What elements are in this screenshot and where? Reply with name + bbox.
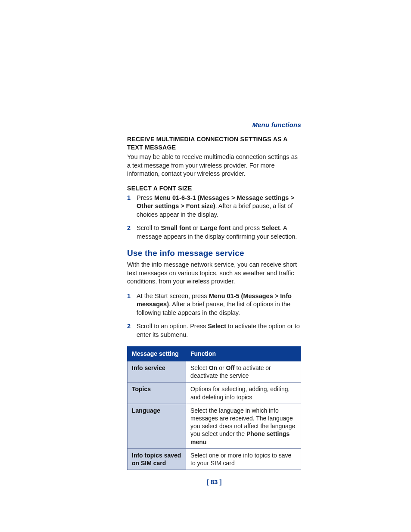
- text-run: Scroll to: [137, 224, 161, 231]
- table-row: Info topics saved on SIM card Select one…: [128, 448, 301, 470]
- table-header-cell: Function: [186, 346, 301, 361]
- table-row: Info service Select On or Off to activat…: [128, 361, 301, 383]
- document-page: Menu functions RECEIVE MULTIMEDIA CONNEC…: [0, 0, 411, 521]
- text-run: and press: [230, 224, 262, 231]
- text-run: or: [191, 224, 200, 231]
- list-text: Scroll to Small font or Large font and p…: [137, 224, 301, 241]
- table-row-label: Info service: [128, 361, 186, 383]
- table-row: Language Select the language in which in…: [128, 404, 301, 448]
- list-number: 2: [127, 224, 137, 241]
- list-item: 1 Press Menu 01-6-3-1 (Messages > Messag…: [127, 194, 301, 219]
- bold-text: Off: [226, 364, 235, 371]
- bold-text: Large font: [200, 224, 230, 231]
- text-run: At the Start screen, press: [137, 292, 209, 299]
- list-text: Press Menu 01-6-3-1 (Messages > Message …: [137, 194, 301, 219]
- info-options-table: Message setting Function Info service Se…: [127, 346, 301, 470]
- table-header-row: Message setting Function: [128, 346, 301, 361]
- text-run: Select: [190, 364, 209, 371]
- list-text: At the Start screen, press Menu 01-5 (Me…: [137, 292, 301, 317]
- bold-text: Select: [208, 323, 226, 330]
- section-heading-receive-settings: RECEIVE MULTIMEDIA CONNECTION SETTINGS A…: [127, 135, 301, 152]
- ordered-list-font-size: 1 Press Menu 01-6-3-1 (Messages > Messag…: [127, 194, 301, 241]
- list-number: 1: [127, 194, 137, 219]
- list-item: 2 Scroll to an option. Press Select to a…: [127, 322, 301, 339]
- list-number: 2: [127, 322, 137, 339]
- list-number: 1: [127, 292, 137, 317]
- table-cell: Select one or more info topics to save t…: [186, 448, 301, 470]
- page-number: [ 83 ]: [127, 478, 301, 486]
- table-row-label: Language: [128, 404, 186, 448]
- table-row-label: Info topics saved on SIM card: [128, 448, 186, 470]
- section-heading-font-size: SELECT A FONT SIZE: [127, 184, 301, 193]
- table-cell: Options for selecting, adding, editing, …: [186, 383, 301, 404]
- bold-text: On: [209, 364, 217, 371]
- header-section-label: Menu functions: [127, 121, 301, 129]
- table-cell: Select On or Off to activate or deactiva…: [186, 361, 301, 383]
- ordered-list-info-service: 1 At the Start screen, press Menu 01-5 (…: [127, 292, 301, 339]
- bold-text: Select: [262, 224, 280, 231]
- table-row: Topics Options for selecting, adding, ed…: [128, 383, 301, 404]
- section-body-receive-settings: You may be able to receive multimedia co…: [127, 153, 301, 178]
- text-run: Scroll to an option. Press: [137, 323, 208, 330]
- section-intro-info-service: With the info message network service, y…: [127, 261, 301, 286]
- table-row-label: Topics: [128, 383, 186, 404]
- table-cell: Select the language in which info messag…: [186, 404, 301, 448]
- bold-text: Small font: [161, 224, 191, 231]
- list-text: Scroll to an option. Press Select to act…: [137, 322, 301, 339]
- text-run: or: [217, 364, 226, 371]
- list-item: 2 Scroll to Small font or Large font and…: [127, 224, 301, 241]
- table-header-cell: Message setting: [128, 346, 186, 361]
- text-run: Press: [137, 194, 154, 201]
- list-item: 1 At the Start screen, press Menu 01-5 (…: [127, 292, 301, 317]
- section-heading-info-service: Use the info message service: [127, 248, 301, 259]
